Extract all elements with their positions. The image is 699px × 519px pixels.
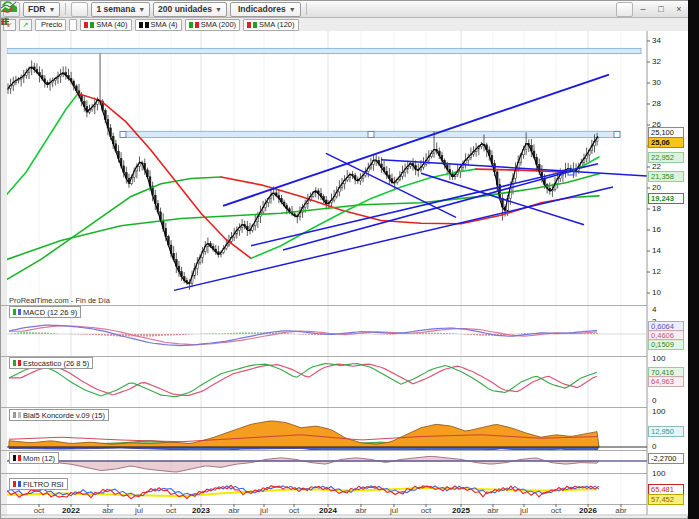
band-handle [120,131,126,137]
chart-window: FDR ▼ 1 semana ▼ 200 unidades ▼ Indicado… [0,0,688,519]
chart-canvas[interactable] [1,1,699,519]
band-handle [614,131,620,137]
desktop-background [688,0,699,519]
chart-plot-area[interactable]: ProRealTime.com - Fin de Día 34323028262… [1,1,699,519]
prorealtime-window: FDR ▼ 1 semana ▼ 200 unidades ▼ Indicado… [0,0,699,519]
band-handle [368,131,374,137]
resistance-band [7,48,641,53]
